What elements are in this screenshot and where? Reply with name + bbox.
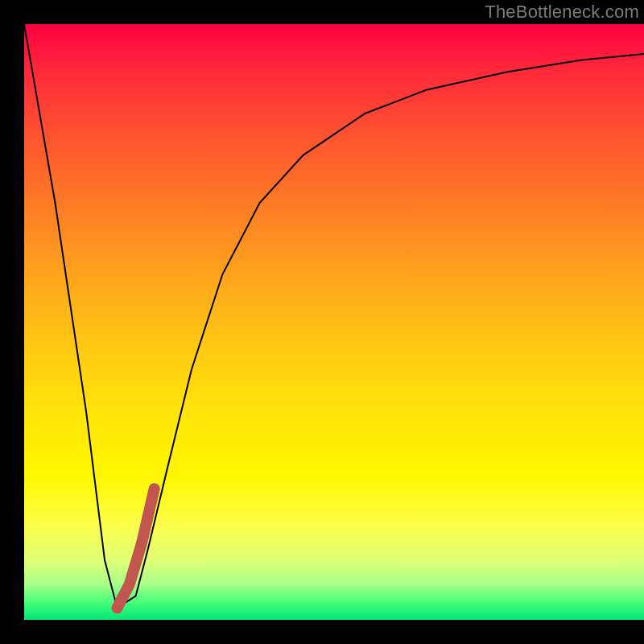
watermark-label: TheBottleneck.com [485,2,639,23]
plot-area [24,24,644,620]
bottleneck-curve-line [24,24,644,608]
chart-container: TheBottleneck.com [0,0,644,644]
curve-svg [24,24,644,620]
